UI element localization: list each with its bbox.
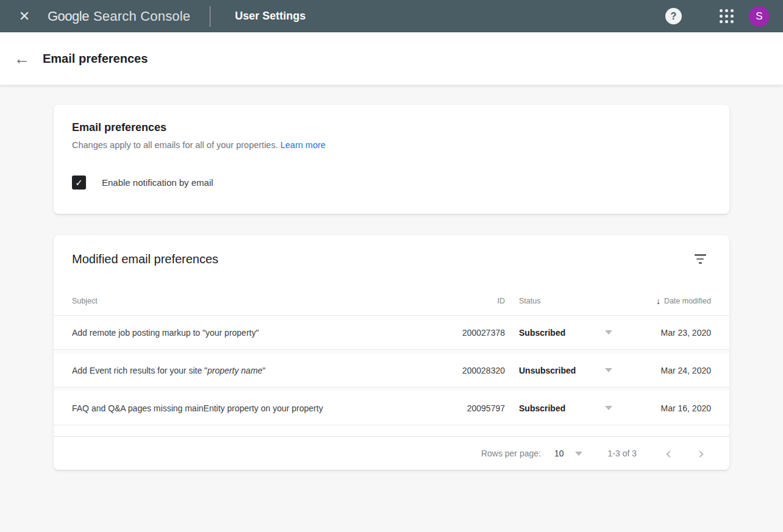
rows-per-page-select[interactable]: 10 bbox=[554, 449, 582, 458]
date-cell: Mar 16, 2020 bbox=[635, 403, 711, 413]
main-content: Email preferences Changes apply to all e… bbox=[0, 85, 783, 470]
back-arrow-icon[interactable]: ← bbox=[10, 46, 34, 71]
status-select[interactable]: Unsubscribed bbox=[519, 366, 621, 375]
status-value: Subscribed bbox=[519, 403, 565, 413]
dropdown-arrow-icon[interactable] bbox=[575, 452, 582, 456]
email-preferences-card: Email preferences Changes apply to all e… bbox=[54, 105, 729, 214]
close-icon[interactable]: ✕ bbox=[15, 7, 34, 26]
column-header-date-label: Date modified bbox=[664, 297, 711, 305]
avatar[interactable]: S bbox=[749, 6, 770, 27]
apps-grid-icon[interactable] bbox=[720, 9, 734, 23]
table-pagination: Rows per page: 10 1-3 of 3 ‹ › bbox=[54, 436, 729, 470]
status-select[interactable]: Subscribed bbox=[519, 328, 621, 338]
brand-product-text: Search Console bbox=[93, 9, 190, 24]
table-row: Add remote job posting markup to "your p… bbox=[54, 316, 729, 350]
card-title: Modified email preferences bbox=[72, 252, 218, 266]
table-row: Add Event rich results for your site "pr… bbox=[54, 353, 729, 388]
modified-preferences-card: Modified email preferences Subject ID St… bbox=[54, 235, 729, 470]
dropdown-arrow-icon[interactable] bbox=[605, 330, 612, 335]
column-header-date-modified[interactable]: ↓ Date modified bbox=[635, 296, 711, 306]
card-title: Email preferences bbox=[72, 121, 711, 134]
next-page-icon[interactable]: › bbox=[690, 442, 712, 464]
id-cell: 20095797 bbox=[428, 403, 505, 413]
sort-descending-icon: ↓ bbox=[656, 296, 660, 306]
help-icon[interactable]: ? bbox=[665, 8, 682, 24]
table-row: FAQ and Q&A pages missing mainEntity pro… bbox=[54, 391, 729, 425]
topbar-title: User Settings bbox=[235, 10, 306, 23]
rows-per-page-value: 10 bbox=[554, 449, 564, 458]
status-select[interactable]: Subscribed bbox=[519, 403, 621, 413]
status-value: Unsubscribed bbox=[519, 366, 576, 375]
page-title: Email preferences bbox=[43, 52, 148, 66]
top-app-bar: ✕ Google Search Console User Settings ? … bbox=[0, 0, 783, 32]
column-header-status: Status bbox=[519, 297, 621, 305]
card-description: Changes apply to all emails for all of y… bbox=[72, 140, 711, 150]
subject-cell: FAQ and Q&A pages missing mainEntity pro… bbox=[72, 403, 414, 413]
status-value: Subscribed bbox=[519, 328, 565, 338]
dropdown-arrow-icon[interactable] bbox=[605, 368, 612, 372]
notification-checkbox[interactable]: ✓ bbox=[72, 176, 86, 190]
id-cell: 200027378 bbox=[428, 328, 505, 338]
filter-list-icon[interactable] bbox=[689, 250, 711, 268]
subject-cell: Add Event rich results for your site "pr… bbox=[72, 366, 414, 375]
page-header: ← Email preferences bbox=[0, 32, 783, 85]
table-body: Add remote job posting markup to "your p… bbox=[54, 316, 729, 425]
rows-per-page-label: Rows per page: bbox=[481, 449, 541, 458]
subject-cell: Add remote job posting markup to "your p… bbox=[72, 328, 414, 338]
brand-google-text: Google bbox=[48, 9, 89, 24]
notification-checkbox-label[interactable]: Enable notification by email bbox=[102, 177, 213, 188]
learn-more-link[interactable]: Learn more bbox=[281, 140, 326, 150]
notification-checkbox-row: ✓ Enable notification by email bbox=[72, 176, 711, 190]
id-cell: 200028320 bbox=[428, 366, 505, 375]
topbar-divider bbox=[210, 6, 210, 27]
date-cell: Mar 23, 2020 bbox=[635, 328, 711, 338]
pagination-range: 1-3 of 3 bbox=[608, 449, 637, 458]
dropdown-arrow-icon[interactable] bbox=[605, 406, 612, 410]
brand-logo: Google Search Console bbox=[48, 9, 190, 24]
table-header-row: Subject ID Status ↓ Date modified bbox=[54, 286, 729, 316]
column-header-id: ID bbox=[428, 297, 505, 305]
column-header-subject: Subject bbox=[72, 297, 414, 305]
date-cell: Mar 24, 2020 bbox=[635, 366, 711, 375]
previous-page-icon[interactable]: ‹ bbox=[657, 442, 679, 464]
description-text: Changes apply to all emails for all of y… bbox=[72, 140, 278, 150]
